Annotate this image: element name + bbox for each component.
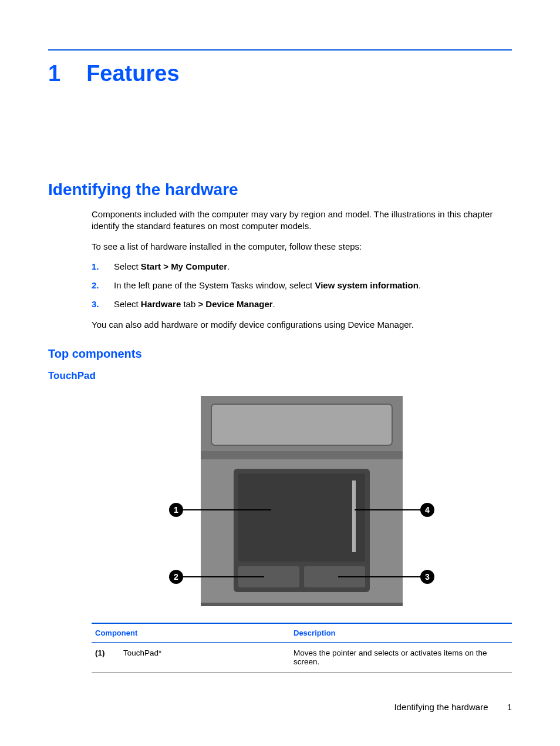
svg-rect-5: [238, 473, 365, 562]
heading-rule: [48, 49, 512, 51]
svg-rect-1: [211, 404, 392, 445]
step-number: 1.: [92, 261, 101, 273]
callout-1: 1: [174, 505, 178, 515]
component-table: Component Description (1) TouchPad* Move…: [92, 623, 512, 673]
step-1: 1. Select Start > My Computer.: [92, 261, 512, 273]
step-text: In the left pane of the System Tasks win…: [114, 280, 512, 291]
step-text: Select Start > My Computer.: [114, 261, 512, 273]
touchpad-figure: 1 2 3 4: [92, 392, 512, 610]
chapter-number: 1: [48, 61, 60, 86]
table-row: (1) TouchPad* Moves the pointer and sele…: [92, 642, 512, 672]
step-number: 3.: [92, 298, 101, 310]
callout-2: 2: [174, 572, 178, 582]
chapter-heading: 1 Features: [48, 61, 512, 86]
step-2: 2. In the left pane of the System Tasks …: [92, 280, 512, 291]
paragraph-intro: Components included with the computer ma…: [92, 209, 512, 233]
page-footer: Identifying the hardware 1: [394, 702, 512, 712]
step-3: 3. Select Hardware tab > Device Manager.: [92, 298, 512, 310]
footer-page-number: 1: [507, 702, 512, 712]
paragraph-steps-lead: To see a list of hardware installed in t…: [92, 241, 512, 253]
row-index: (1): [92, 642, 120, 672]
section-touchpad: TouchPad: [48, 370, 512, 382]
steps-list: 1. Select Start > My Computer. 2. In the…: [92, 261, 512, 311]
touchpad-diagram: 1 2 3 4: [167, 392, 437, 610]
step-number: 2.: [92, 280, 101, 291]
paragraph-device-manager: You can also add hardware or modify devi…: [92, 319, 512, 331]
svg-rect-2: [201, 451, 403, 459]
row-desc: Moves the pointer and selects or activat…: [290, 642, 512, 672]
section-top-components: Top components: [48, 347, 512, 361]
footer-text: Identifying the hardware: [394, 702, 488, 712]
svg-rect-6: [352, 480, 356, 552]
callout-4: 4: [425, 505, 430, 515]
callout-3: 3: [425, 572, 430, 582]
svg-rect-9: [201, 603, 403, 606]
header-description: Description: [290, 623, 512, 643]
header-component: Component: [92, 623, 290, 643]
chapter-title: Features: [86, 61, 179, 86]
step-text: Select Hardware tab > Device Manager.: [114, 298, 512, 310]
section-identifying-hardware: Identifying the hardware: [48, 180, 512, 199]
row-name: TouchPad*: [120, 642, 290, 672]
